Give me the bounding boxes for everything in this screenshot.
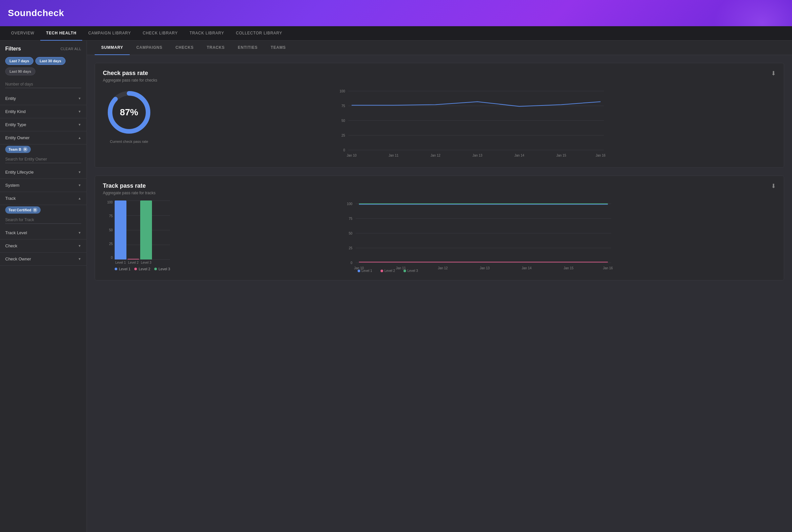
chevron-down-icon <box>78 257 81 261</box>
check-download-icon[interactable]: ⬇ <box>771 70 776 77</box>
bar-label-level3: Level 3 <box>140 261 152 264</box>
check-line-chart: 100 75 50 25 0 Jan 10 Jan 11 Jan 12 Jan … <box>163 88 776 161</box>
remove-team-b-button[interactable]: ✕ <box>23 147 27 152</box>
clear-all-button[interactable]: CLEAR ALL <box>61 47 81 51</box>
svg-text:Jan 11: Jan 11 <box>396 266 406 270</box>
tab-entities[interactable]: ENTITIES <box>231 41 264 55</box>
legend-dot-blue <box>115 268 117 270</box>
svg-text:Jan 11: Jan 11 <box>388 154 398 157</box>
main-layout: Filters CLEAR ALL Last 7 days Last 30 da… <box>0 41 792 532</box>
svg-text:Jan 12: Jan 12 <box>438 266 448 270</box>
legend-label-level3: Level 3 <box>158 267 170 271</box>
legend-level2: Level 2 <box>134 267 150 271</box>
app-title: Soundcheck <box>8 8 64 18</box>
entity-owner-search-input[interactable] <box>5 156 81 163</box>
bar-level2 <box>128 259 139 260</box>
donut-container: 87% Current check pass rate <box>103 88 155 144</box>
filter-entity-owner-label: Entity Owner <box>5 135 30 140</box>
chevron-down-icon <box>78 231 81 234</box>
svg-point-42 <box>404 270 406 272</box>
check-pass-rate-card: Check pass rate Aggregate pass rate for … <box>95 63 784 168</box>
chevron-down-icon <box>78 244 81 248</box>
nav-check-library[interactable]: CHECK LIBRARY <box>137 26 184 41</box>
filter-entity-kind[interactable]: Entity Kind <box>0 105 86 118</box>
svg-text:25: 25 <box>349 246 353 250</box>
legend-label-level2: Level 2 <box>138 267 150 271</box>
nav-tech-health[interactable]: TECH HEALTH <box>40 26 82 41</box>
filter-entity-owner[interactable]: Entity Owner <box>0 131 86 145</box>
filter-entity-lifecycle[interactable]: Entity Lifecycle <box>0 166 86 179</box>
sidebar-header: Filters CLEAR ALL <box>0 46 86 57</box>
svg-text:100: 100 <box>347 202 353 206</box>
legend-dot-green <box>154 268 157 270</box>
legend-level1: Level 1 <box>115 267 130 271</box>
filter-track-level-label: Track Level <box>5 230 27 235</box>
svg-text:50: 50 <box>341 119 345 122</box>
test-certified-label: Test Certified <box>8 208 31 212</box>
tab-tracks[interactable]: TRACKS <box>200 41 231 55</box>
check-pass-rate-title: Check pass rate <box>103 70 157 77</box>
bar-label-level2: Level 2 <box>128 261 139 264</box>
filter-entity-label: Entity <box>5 96 16 101</box>
number-of-days-input[interactable] <box>5 81 81 88</box>
filter-entity-kind-label: Entity Kind <box>5 109 25 114</box>
track-download-icon[interactable]: ⬇ <box>771 183 776 190</box>
filter-track-level[interactable]: Track Level <box>0 226 86 240</box>
sidebar-title: Filters <box>5 46 21 52</box>
content-area: SUMMARY CAMPAIGNS CHECKS TRACKS ENTITIES… <box>87 41 792 532</box>
legend-dot-pink <box>134 268 137 270</box>
svg-text:75: 75 <box>341 104 345 108</box>
filter-check-owner[interactable]: Check Owner <box>0 252 86 266</box>
top-nav: OVERVIEW TECH HEALTH CAMPAIGN LIBRARY CH… <box>0 26 792 41</box>
nav-track-library[interactable]: TRACK LIBRARY <box>184 26 230 41</box>
svg-text:Jan 16: Jan 16 <box>596 154 605 157</box>
track-pass-rate-subtitle: Aggregate pass rate for tracks <box>103 191 156 195</box>
svg-text:100: 100 <box>340 90 345 93</box>
svg-point-40 <box>381 270 383 272</box>
svg-text:Jan 10: Jan 10 <box>347 154 356 157</box>
svg-text:Jan 13: Jan 13 <box>480 266 490 270</box>
chevron-down-icon <box>78 170 81 174</box>
chip-last-7-days[interactable]: Last 7 days <box>5 57 33 65</box>
svg-text:50: 50 <box>349 232 353 235</box>
svg-text:Jan 16: Jan 16 <box>603 266 613 270</box>
filter-entity[interactable]: Entity <box>0 92 86 105</box>
legend-label-level1: Level 1 <box>119 267 130 271</box>
chip-last-90-days[interactable]: Last 90 days <box>5 68 35 75</box>
track-search-input[interactable] <box>5 216 81 224</box>
chip-last-30-days[interactable]: Last 30 days <box>35 57 65 65</box>
svg-text:0: 0 <box>351 261 353 265</box>
check-chart-row: 87% Current check pass rate <box>103 88 776 161</box>
track-chart-row: 100 75 50 25 0 <box>103 201 776 273</box>
sidebar: Filters CLEAR ALL Last 7 days Last 30 da… <box>0 41 87 532</box>
svg-text:Jan 12: Jan 12 <box>430 154 440 157</box>
nav-campaign-library[interactable]: CAMPAIGN LIBRARY <box>82 26 137 41</box>
filter-check-label: Check <box>5 243 17 248</box>
filter-check[interactable]: Check <box>0 240 86 252</box>
chevron-down-icon <box>78 97 81 100</box>
track-pass-rate-card: Track pass rate Aggregate pass rate for … <box>95 176 784 280</box>
filter-track[interactable]: Track <box>0 192 86 205</box>
tab-campaigns[interactable]: CAMPAIGNS <box>130 41 169 55</box>
svg-text:75: 75 <box>349 217 353 221</box>
nav-overview[interactable]: OVERVIEW <box>5 26 40 41</box>
filter-system[interactable]: System <box>0 179 86 192</box>
tab-checks[interactable]: CHECKS <box>169 41 200 55</box>
svg-text:0: 0 <box>343 148 345 152</box>
content-panels: Check pass rate Aggregate pass rate for … <box>87 55 792 288</box>
team-b-tag-label: Team B <box>8 147 21 151</box>
svg-text:Jan 14: Jan 14 <box>514 154 524 157</box>
bar-level3 <box>140 201 152 260</box>
tab-teams[interactable]: TEAMS <box>264 41 292 55</box>
chevron-down-icon <box>78 184 81 187</box>
chevron-down-icon <box>78 123 81 127</box>
remove-test-certified-button[interactable]: ✕ <box>33 208 37 212</box>
filter-entity-type[interactable]: Entity Type <box>0 118 86 131</box>
svg-text:Level 2: Level 2 <box>385 269 395 272</box>
bar-label-level1: Level 1 <box>115 261 127 264</box>
filter-entity-lifecycle-label: Entity Lifecycle <box>5 170 34 175</box>
nav-collector-library[interactable]: COLLECTOR LIBRARY <box>230 26 288 41</box>
track-bar-chart: 100 75 50 25 0 <box>103 201 170 271</box>
svg-text:Level 3: Level 3 <box>407 269 418 272</box>
tab-summary[interactable]: SUMMARY <box>95 41 130 55</box>
